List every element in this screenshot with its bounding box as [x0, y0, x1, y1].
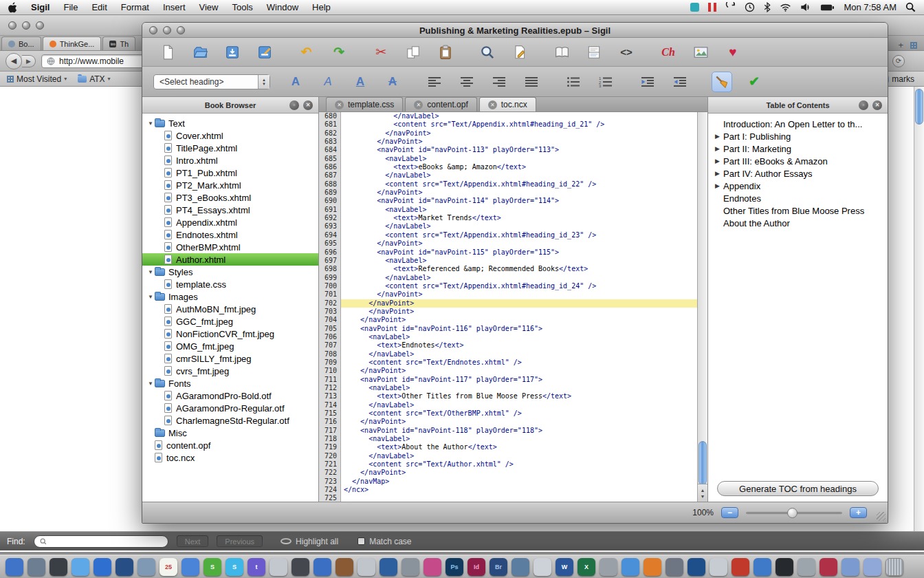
zoom-in-button[interactable]: +: [850, 507, 867, 518]
dock-icon-16[interactable]: [336, 558, 353, 576]
editor-tab-template.css[interactable]: ✕template.css: [326, 97, 403, 111]
tree-file-Author.xhtml[interactable]: Author.xhtml: [142, 253, 318, 266]
toc-entry[interactable]: About the Author: [708, 217, 888, 229]
code-line[interactable]: <navLabel>: [341, 435, 697, 443]
code-line[interactable]: </navPoint>: [341, 316, 697, 324]
browser-scrollbar-thumb[interactable]: [915, 89, 923, 125]
book-view-icon[interactable]: [551, 42, 572, 63]
code-line[interactable]: </navLabel>: [341, 401, 697, 409]
dock-icon-4[interactable]: [72, 558, 89, 576]
code-line[interactable]: <text>About the Author</text>: [341, 443, 697, 451]
clean-broom-icon[interactable]: [712, 72, 732, 92]
browser-tab-3[interactable]: tm Th: [102, 36, 135, 50]
browser-tab-2[interactable]: ThinkGe...: [43, 36, 102, 50]
dock-icon-10[interactable]: S: [204, 558, 221, 576]
menu-item-tools[interactable]: Tools: [225, 0, 259, 14]
disclosure-triangle[interactable]: ▼: [146, 269, 155, 275]
menu-item-window[interactable]: Window: [260, 0, 305, 14]
close-panel-button[interactable]: ✕: [872, 100, 882, 110]
code-line[interactable]: <navPoint id="navPoint-113" playOrder="1…: [341, 146, 697, 154]
dock-icon-14[interactable]: [292, 558, 309, 576]
tree-file-cmrSILLY_fmt.jpeg[interactable]: cmrSILLY_fmt.jpeg: [142, 352, 318, 365]
dock-icon-7[interactable]: [138, 558, 155, 576]
code-line[interactable]: <content src="Text/Author.xhtml" />: [341, 460, 697, 469]
toc-entry[interactable]: ▶Part IV: Author Essays: [708, 167, 888, 180]
save-as-icon[interactable]: [254, 42, 275, 63]
match-case-checkbox[interactable]: Match case: [358, 537, 411, 546]
code-line[interactable]: <navPoint id="navPoint-115" playOrder="1…: [341, 248, 697, 257]
code-line[interactable]: </navLabel>: [341, 112, 697, 120]
tree-file-template.css[interactable]: template.css: [142, 278, 318, 290]
battery-icon[interactable]: [820, 3, 835, 12]
code-line[interactable]: </navPoint>: [341, 418, 697, 426]
tree-file-CharlemagneStd-Regular.otf[interactable]: CharlemagneStd-Regular.otf: [142, 414, 318, 427]
tree-folder-Text[interactable]: ▼Text: [142, 117, 318, 129]
tree-file-PT1_Pub.xhtml[interactable]: PT1_Pub.xhtml: [142, 167, 318, 179]
code-line[interactable]: <text>Endnotes</text>: [341, 341, 697, 350]
save-icon[interactable]: [222, 42, 243, 63]
scroll-up-arrow[interactable]: ▲: [701, 487, 705, 493]
tree-file-TitlePage.xhtml[interactable]: TitlePage.xhtml: [142, 142, 318, 154]
resize-grip[interactable]: [877, 512, 886, 521]
float-panel-button[interactable]: ▫: [859, 100, 868, 110]
editor-scrollbar[interactable]: ▲ ▼: [697, 112, 707, 502]
split-view-icon[interactable]: [584, 42, 604, 63]
code-view-icon[interactable]: <>: [616, 42, 637, 63]
dock-icon-25[interactable]: [534, 558, 551, 576]
disclosure-triangle[interactable]: ▼: [146, 294, 155, 300]
tree-file-PT4_Essays.xhtml[interactable]: PT4_Essays.xhtml: [142, 204, 318, 216]
menu-clock[interactable]: Mon 7:58 AM: [844, 2, 896, 12]
reload-button[interactable]: ⟳: [892, 55, 905, 67]
code-line[interactable]: <text>Other Titles from Blue Moose Press…: [341, 392, 697, 400]
code-line[interactable]: </ncx>: [341, 486, 697, 494]
tree-file-Intro.xhtml[interactable]: Intro.xhtml: [142, 154, 318, 167]
disclosure-triangle[interactable]: ▶: [715, 170, 723, 177]
toc-entry[interactable]: Other Titles from Blue Moose Press: [708, 204, 888, 217]
code-line[interactable]: <content src="Text/Appendix.xhtml#headin…: [341, 231, 697, 239]
menu-item-file[interactable]: File: [56, 0, 85, 14]
tab-close-icon[interactable]: ✕: [414, 100, 423, 109]
find-replace-icon[interactable]: [509, 42, 530, 63]
disclosure-triangle[interactable]: ▶: [715, 182, 723, 189]
time-machine-icon[interactable]: [745, 2, 755, 12]
code-line[interactable]: </navLabel>: [341, 350, 697, 358]
menu-item-app[interactable]: Sigil: [24, 0, 56, 14]
disclosure-triangle[interactable]: ▶: [715, 158, 723, 164]
align-left-icon[interactable]: [424, 72, 445, 92]
code-line[interactable]: <content src="Text/Appendix.xhtml#headin…: [341, 120, 697, 129]
code-line[interactable]: [341, 494, 697, 502]
dock-icon-33[interactable]: [710, 558, 727, 576]
code-line[interactable]: </navPoint>: [341, 239, 697, 248]
code-line[interactable]: </navLabel>: [341, 274, 697, 282]
align-justify-icon[interactable]: [521, 72, 542, 92]
code-line[interactable]: <navPoint id="navPoint-114" playOrder="1…: [341, 197, 697, 205]
toc-entry[interactable]: Endnotes: [708, 192, 888, 204]
teal-app-icon[interactable]: [690, 3, 699, 12]
tree-file-PT2_Mark.xhtml[interactable]: PT2_Mark.xhtml: [142, 179, 318, 191]
code-line[interactable]: <navLabel>: [341, 384, 697, 392]
redo-icon[interactable]: ↷: [329, 42, 349, 63]
new-tab-button[interactable]: +: [898, 40, 903, 50]
dock-icon-12[interactable]: t: [248, 558, 265, 576]
disclosure-triangle[interactable]: ▼: [146, 120, 155, 127]
find-previous-button[interactable]: Previous: [217, 535, 263, 547]
sigil-title-bar[interactable]: Publishing & Marketing Realities.epub – …: [142, 23, 888, 38]
dock-icon-31[interactable]: [666, 558, 683, 576]
tree-file-toc.ncx[interactable]: toc.ncx: [142, 451, 318, 464]
code-line[interactable]: <navPoint id="navPoint-116" playOrder="1…: [341, 325, 697, 333]
dock-icon-34[interactable]: [732, 558, 749, 576]
find-input-wrap[interactable]: [34, 535, 168, 548]
toc-entry[interactable]: ▶Appendix: [708, 180, 888, 192]
numbered-list-icon[interactable]: 123: [595, 72, 616, 92]
undo-icon[interactable]: ↶: [296, 42, 317, 63]
dock-icon-2[interactable]: [28, 558, 45, 576]
disclosure-triangle[interactable]: ▶: [715, 145, 723, 152]
bluetooth-icon[interactable]: [764, 2, 771, 12]
tree-file-AuthMoBN_fmt.jpeg[interactable]: AuthMoBN_fmt.jpeg: [142, 303, 318, 315]
new-file-icon[interactable]: [157, 42, 178, 63]
code-line[interactable]: <navLabel>: [341, 155, 697, 163]
apple-menu-icon[interactable]: [0, 2, 24, 13]
open-icon[interactable]: [190, 42, 210, 63]
checkbox-icon[interactable]: [358, 537, 365, 545]
dock-icon-9[interactable]: [182, 558, 199, 576]
